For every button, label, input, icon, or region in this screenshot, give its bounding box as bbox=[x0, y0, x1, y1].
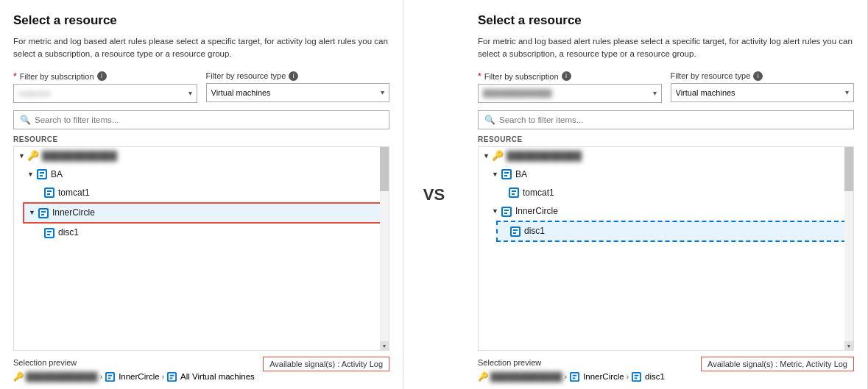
left-root-arrow: ▼ bbox=[18, 151, 25, 161]
right-innercircle-text: InnerCircle bbox=[515, 204, 558, 218]
svg-rect-15 bbox=[47, 234, 50, 235]
right-breadcrumb-innercircle: InnerCircle › bbox=[570, 372, 629, 382]
vs-divider: VS bbox=[403, 0, 465, 389]
right-type-group: Filter by resource type i Virtual machin… bbox=[671, 71, 855, 103]
left-tree-item-disc1[interactable]: ▶ disc1 bbox=[32, 224, 389, 242]
left-subscription-group: * Filter by subscription i redacted ▾ bbox=[13, 71, 197, 103]
svg-rect-29 bbox=[510, 189, 518, 196]
right-type-label: Filter by resource type i bbox=[671, 71, 855, 81]
right-search-input[interactable] bbox=[499, 115, 847, 124]
left-search-input[interactable] bbox=[35, 115, 383, 124]
svg-rect-13 bbox=[46, 229, 53, 237]
left-subscription-select[interactable]: redacted ▾ bbox=[13, 84, 197, 103]
svg-rect-41 bbox=[571, 373, 578, 379]
right-tree-item-ba[interactable]: ▼ BA bbox=[487, 165, 853, 184]
right-scroll-down[interactable]: ▼ bbox=[844, 341, 853, 350]
right-panel: Select a resource For metric and log bas… bbox=[465, 0, 868, 389]
right-breadcrumb-disc1: disc1 bbox=[632, 372, 665, 382]
right-tree-scroll: ▼ 🔑 ████████████ ▼ BA ▶ tomcat1 bbox=[479, 147, 853, 351]
left-breadcrumb-key: 🔑 ████████████ › bbox=[13, 371, 102, 382]
left-selection-preview-label: Selection preview bbox=[13, 358, 77, 367]
svg-rect-22 bbox=[170, 374, 174, 376]
svg-rect-10 bbox=[41, 211, 46, 213]
left-tree-item-root[interactable]: ▼ 🔑 ████████████ bbox=[14, 147, 389, 165]
right-root-text: ████████████ bbox=[507, 149, 582, 163]
svg-rect-25 bbox=[503, 171, 510, 178]
right-subscription-select[interactable]: ████████████ ▾ bbox=[478, 84, 662, 103]
right-subscription-label: * Filter by subscription i bbox=[478, 71, 662, 82]
left-panel-description: For metric and log based alert rules ple… bbox=[13, 35, 389, 61]
right-search-box[interactable]: 🔍 bbox=[478, 110, 854, 129]
svg-rect-14 bbox=[47, 231, 52, 232]
right-ba-icon bbox=[501, 168, 512, 180]
left-tree-scroll: ▼ 🔑 ████████████ ▼ BA ▶ tomcat1 bbox=[14, 147, 389, 351]
left-type-select[interactable]: Virtual machines ▾ bbox=[206, 83, 390, 102]
subscription-info-icon[interactable]: i bbox=[97, 71, 107, 81]
left-type-value: Virtual machines bbox=[211, 88, 378, 97]
type-info-icon[interactable]: i bbox=[289, 71, 298, 81]
right-breadcrumb: 🔑 ████████████ › InnerCircle › disc1 bbox=[478, 371, 854, 382]
right-ba-arrow: ▼ bbox=[492, 169, 498, 179]
left-panel-title: Select a resource bbox=[13, 13, 389, 28]
svg-rect-1 bbox=[38, 171, 46, 178]
left-resource-tree: ▼ 🔑 ████████████ ▼ BA ▶ tomcat1 bbox=[13, 146, 389, 351]
left-ba-icon bbox=[36, 168, 48, 180]
right-tree-item-tomcat1[interactable]: ▶ tomcat1 bbox=[496, 184, 853, 202]
svg-rect-46 bbox=[635, 374, 639, 376]
right-breadcrumb-key: 🔑 ████████████ › bbox=[478, 371, 567, 382]
svg-rect-27 bbox=[504, 175, 507, 176]
right-subscription-group: * Filter by subscription i ████████████ … bbox=[478, 71, 662, 103]
svg-rect-18 bbox=[108, 374, 113, 376]
left-resource-label: RESOURCE bbox=[13, 135, 389, 143]
left-subscription-value: redacted bbox=[18, 89, 186, 98]
left-ba-arrow: ▼ bbox=[27, 169, 34, 179]
svg-rect-9 bbox=[40, 210, 47, 217]
left-panel-bottom: Selection preview Available signal(s) : … bbox=[13, 357, 389, 382]
right-tree-item-disc1[interactable]: ▶ disc1 bbox=[496, 221, 853, 242]
left-breadcrumb-innercircle-text: InnerCircle bbox=[119, 372, 160, 381]
right-innercircle-arrow: ▼ bbox=[492, 206, 498, 216]
left-available-signals: Available signal(s) : Activity Log bbox=[263, 357, 389, 371]
left-scrollbar-thumb[interactable] bbox=[380, 147, 389, 191]
left-ba-text: BA bbox=[51, 168, 63, 182]
left-scrollbar-track: ▲ ▼ bbox=[380, 147, 389, 351]
left-type-label: Filter by resource type i bbox=[206, 71, 390, 81]
right-tree-item-root[interactable]: ▼ 🔑 ████████████ bbox=[479, 147, 853, 165]
left-subscription-arrow: ▾ bbox=[188, 89, 192, 97]
svg-rect-2 bbox=[40, 172, 44, 174]
svg-rect-17 bbox=[107, 373, 113, 379]
right-type-info-icon[interactable]: i bbox=[753, 71, 763, 81]
right-filters-row: * Filter by subscription i ████████████ … bbox=[478, 71, 854, 103]
svg-rect-6 bbox=[47, 190, 52, 192]
svg-rect-39 bbox=[513, 232, 516, 234]
right-type-arrow: ▾ bbox=[845, 88, 849, 96]
right-resource-tree: ▼ 🔑 ████████████ ▼ BA ▶ tomcat1 bbox=[478, 146, 854, 351]
right-selection-preview-row: Selection preview Available signal(s) : … bbox=[478, 357, 854, 371]
left-tree-item-ba[interactable]: ▼ BA bbox=[23, 165, 389, 184]
left-scroll-down[interactable]: ▼ bbox=[380, 341, 389, 350]
svg-rect-38 bbox=[513, 229, 518, 231]
svg-rect-30 bbox=[512, 190, 516, 192]
right-scrollbar-thumb[interactable] bbox=[844, 147, 853, 191]
svg-rect-47 bbox=[635, 377, 638, 379]
right-innercircle-icon bbox=[501, 206, 512, 218]
left-breadcrumb-allvms: All Virtual machines bbox=[167, 372, 255, 382]
left-search-box[interactable]: 🔍 bbox=[13, 110, 389, 129]
right-breadcrumb-subscription: ████████████ bbox=[490, 372, 562, 381]
left-innercircle-text: InnerCircle bbox=[52, 206, 95, 220]
right-tree-item-innercircle[interactable]: ▼ InnerCircle bbox=[487, 202, 853, 221]
svg-rect-35 bbox=[504, 213, 507, 214]
left-filters-row: * Filter by subscription i redacted ▾ Fi… bbox=[13, 71, 389, 103]
svg-rect-31 bbox=[512, 193, 515, 195]
right-root-key-icon: 🔑 bbox=[492, 150, 504, 162]
right-breadcrumb-innercircle-text: InnerCircle bbox=[583, 372, 624, 381]
left-subscription-label: * Filter by subscription i bbox=[13, 71, 197, 82]
left-breadcrumb-subscription: ████████████ bbox=[26, 372, 98, 381]
left-breadcrumb: 🔑 ████████████ › InnerCircle › All Virtu… bbox=[13, 371, 389, 382]
right-type-select[interactable]: Virtual machines ▾ bbox=[671, 83, 855, 102]
left-search-icon: 🔍 bbox=[20, 115, 31, 125]
right-subscription-info-icon[interactable]: i bbox=[562, 71, 571, 81]
left-tree-item-innercircle[interactable]: ▼ InnerCircle bbox=[23, 202, 389, 224]
right-panel-bottom: Selection preview Available signal(s) : … bbox=[478, 357, 854, 382]
left-tree-item-tomcat1[interactable]: ▶ tomcat1 bbox=[32, 184, 389, 202]
